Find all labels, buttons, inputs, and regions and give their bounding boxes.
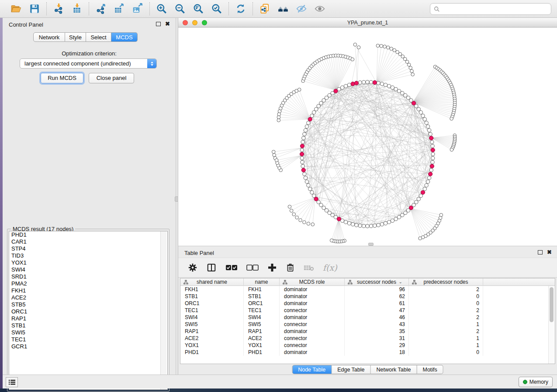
close-panel-button[interactable]: Close panel xyxy=(89,73,134,83)
column-header-MCDS-role[interactable]: MCDS role xyxy=(280,279,345,286)
cell[interactable]: connector xyxy=(280,307,345,314)
cell[interactable]: connector xyxy=(280,335,345,342)
zoom-selected-button[interactable] xyxy=(209,2,224,15)
tab-select[interactable]: Select xyxy=(86,32,111,42)
cell[interactable]: 1 xyxy=(409,342,483,349)
search-input[interactable] xyxy=(440,6,551,12)
tab-style[interactable]: Style xyxy=(65,32,86,42)
cell[interactable]: SWI4 xyxy=(180,314,244,321)
zoom-fit-button[interactable] xyxy=(191,2,206,15)
scrollbar-thumb[interactable] xyxy=(550,287,554,322)
cell[interactable]: 46 xyxy=(345,314,409,321)
tab-motifs[interactable]: Motifs xyxy=(417,365,443,374)
run-mcds-button[interactable]: Run MCDS xyxy=(41,73,83,83)
network-graph-svg[interactable] xyxy=(178,28,557,246)
cell[interactable]: dominator xyxy=(280,293,345,300)
cell[interactable]: ACE2 xyxy=(244,335,280,342)
open-session-button[interactable] xyxy=(9,2,24,15)
network-canvas[interactable] xyxy=(178,28,557,246)
sort-indicator-icon[interactable]: ⌄ xyxy=(399,279,402,284)
mcds-result-node[interactable]: SWI5 xyxy=(9,329,167,336)
network-titlebar[interactable]: YPA_prune.txt_1 xyxy=(178,18,557,28)
clone-network-button[interactable] xyxy=(257,2,272,15)
hide-selected-button[interactable] xyxy=(294,2,309,15)
global-search-field[interactable] xyxy=(430,3,551,15)
table-row[interactable]: PHD1PHD1dominator180 xyxy=(180,349,555,356)
table-row[interactable]: RAP1RAP1dominator352 xyxy=(180,328,555,335)
cell[interactable]: 43 xyxy=(345,321,409,328)
cell[interactable]: ORC1 xyxy=(244,300,280,307)
cell[interactable]: TEC1 xyxy=(244,307,280,314)
mcds-result-node[interactable]: TID3 xyxy=(9,252,167,259)
cell[interactable]: 35 xyxy=(345,328,409,335)
export-table-button[interactable] xyxy=(112,2,127,15)
save-session-button[interactable] xyxy=(27,2,42,15)
tab-edge-table[interactable]: Edge Table xyxy=(332,365,370,374)
cell[interactable]: 2 xyxy=(409,286,483,293)
cell[interactable]: 2 xyxy=(409,307,483,314)
cell[interactable]: ORC1 xyxy=(180,300,244,307)
mcds-result-node[interactable]: STP4 xyxy=(9,245,167,252)
select-all-rows-button[interactable] xyxy=(225,262,238,273)
optimization-criterion-select[interactable]: largest connected component (undirected) xyxy=(20,58,157,69)
mcds-result-node[interactable]: ORC1 xyxy=(9,308,167,315)
float-window-icon[interactable] xyxy=(156,22,161,26)
cell[interactable]: 29 xyxy=(345,342,409,349)
cell[interactable]: 1 xyxy=(409,335,483,342)
cell[interactable]: FKH1 xyxy=(180,286,244,293)
cell[interactable]: PHD1 xyxy=(244,349,280,356)
cell[interactable]: connector xyxy=(280,342,345,349)
refresh-view-button[interactable] xyxy=(233,2,248,15)
mcds-result-node[interactable]: ACE2 xyxy=(9,294,167,301)
table-scrollbar[interactable] xyxy=(548,286,555,364)
dropdown-stepper[interactable] xyxy=(147,59,156,68)
table-row[interactable]: TEC1TEC1connector472 xyxy=(180,307,555,314)
close-panel-icon[interactable]: ✖ xyxy=(547,249,552,255)
column-header-predecessor-nodes[interactable]: predecessor nodes xyxy=(409,279,483,286)
mcds-result-node[interactable]: RAP1 xyxy=(9,315,167,322)
table-row[interactable]: ACE2ACE2connector311 xyxy=(180,335,555,342)
cell[interactable]: STB1 xyxy=(244,293,280,300)
table-row[interactable]: SWI5SWI5connector431 xyxy=(180,321,555,328)
cell[interactable]: dominator xyxy=(280,314,345,321)
delete-column-button[interactable] xyxy=(286,262,295,273)
column-header-shared-name[interactable]: shared name xyxy=(180,279,244,286)
mcds-list-scrollbar[interactable] xyxy=(160,231,166,389)
tab-mcds[interactable]: MCDS xyxy=(111,32,138,42)
cell[interactable]: SWI5 xyxy=(180,321,244,328)
memory-button[interactable]: Memory xyxy=(519,377,553,387)
import-table-button[interactable] xyxy=(69,2,84,15)
table-row[interactable]: FKH1FKH1dominator962 xyxy=(180,286,555,293)
mcds-result-node[interactable]: PHD1 xyxy=(9,231,167,238)
cell[interactable]: STB1 xyxy=(180,293,244,300)
close-panel-icon[interactable]: ✖ xyxy=(165,21,170,27)
mcds-result-node[interactable]: SRD1 xyxy=(9,273,167,280)
show-column-selector-button[interactable] xyxy=(206,262,217,273)
cell[interactable]: SWI5 xyxy=(244,321,280,328)
cell[interactable]: 0 xyxy=(409,300,483,307)
cell[interactable]: 31 xyxy=(345,335,409,342)
tab-node-table[interactable]: Node Table xyxy=(292,365,332,374)
table-row[interactable]: STB1STB1dominator620 xyxy=(180,293,555,300)
cell[interactable]: SWI4 xyxy=(244,314,280,321)
zoom-in-button[interactable] xyxy=(154,2,169,15)
float-window-icon[interactable] xyxy=(538,250,543,254)
mcds-result-node[interactable]: CAR1 xyxy=(9,238,167,245)
export-image-button[interactable] xyxy=(130,2,145,15)
create-column-button[interactable] xyxy=(267,262,277,273)
mcds-result-node[interactable]: TEC1 xyxy=(9,336,167,343)
mcds-result-node[interactable]: STB1 xyxy=(9,322,167,329)
column-header-successor-nodes[interactable]: successor nodes⌄ xyxy=(345,279,409,286)
tab-network-table[interactable]: Network Table xyxy=(371,365,417,374)
cell[interactable]: TEC1 xyxy=(180,307,244,314)
cell[interactable]: ACE2 xyxy=(180,335,244,342)
mcds-result-list[interactable]: PHD1CAR1STP4TID3YOX1SWI4SRD1PMA2FKH1ACE2… xyxy=(9,231,168,390)
show-panels-button[interactable] xyxy=(6,377,18,387)
mcds-result-node[interactable]: PMA2 xyxy=(9,280,167,287)
cell[interactable]: RAP1 xyxy=(244,328,280,335)
first-neighbors-button[interactable] xyxy=(276,2,291,15)
cell[interactable]: FKH1 xyxy=(244,286,280,293)
table-settings-button[interactable] xyxy=(188,262,197,273)
cell[interactable]: 2 xyxy=(409,314,483,321)
mcds-result-node[interactable]: YOX1 xyxy=(9,259,167,266)
